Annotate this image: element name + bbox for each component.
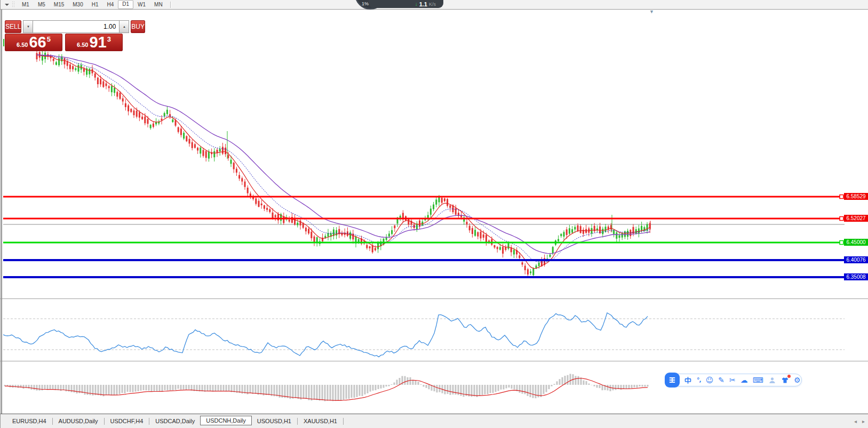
network-speed-overlay[interactable]: 1% ↓ 1.1 K/s: [348, 0, 455, 13]
timeframe-button-h1[interactable]: H1: [87, 1, 103, 9]
timeframe-button-h4[interactable]: H4: [103, 1, 118, 9]
chart-tab-list: EURUSD,H4AUDUSD,DailyUSDCHF,H4USDCAD,Dai…: [1, 414, 344, 428]
buy-button[interactable]: BUY: [131, 20, 145, 33]
tab-separator: [343, 418, 344, 425]
download-arrow-icon: ↓: [415, 1, 418, 7]
timeframe-button-m1[interactable]: M1: [18, 1, 34, 9]
sell-price-pip: 5: [47, 35, 51, 43]
sell-price-prefix: 6.50: [17, 42, 28, 48]
sell-price-big: 66: [29, 35, 46, 50]
screenshot-scissors-icon[interactable]: ✂: [729, 374, 736, 386]
settings-gear-icon[interactable]: ⚙: [794, 374, 801, 386]
chart-tab-usdchf[interactable]: USDCHF,H4: [105, 417, 149, 425]
buy-price-box[interactable]: 6.50 91 3: [65, 34, 123, 51]
emoji-icon[interactable]: ☺: [706, 374, 714, 386]
price-level-label: 6.40076: [844, 256, 868, 263]
chart-tab-audusd[interactable]: AUDUSD,Daily: [53, 417, 103, 425]
price-level-label: 6.52027: [844, 215, 868, 222]
ime-icon-group: °,☺✎✂☁⌨⚙: [684, 374, 801, 386]
timeframe-button-w1[interactable]: W1: [133, 1, 150, 9]
timeframe-button-m15[interactable]: M15: [50, 1, 68, 9]
price-level-label: 6.58529: [844, 193, 868, 200]
tab-separator: [104, 418, 105, 425]
toolbar-overflow-dropdown-icon[interactable]: [5, 4, 9, 6]
chart-tab-xauusd[interactable]: XAUUSD,H1: [298, 417, 343, 425]
account-icon[interactable]: [768, 376, 776, 384]
tab-separator: [297, 418, 298, 425]
volume-input[interactable]: [33, 20, 119, 33]
chinese-mode-icon[interactable]: [684, 376, 692, 384]
trading-app-window: M1M5M15M30H1H4D1W1MN 1% ↓ 1.1 K/s SELL ▼…: [0, 0, 868, 428]
ime-toolbar[interactable]: °,☺✎✂☁⌨⚙: [665, 374, 802, 386]
chart-tab-eurusd[interactable]: EURUSD,H4: [7, 417, 52, 425]
sell-price-box[interactable]: 6.50 66 5: [5, 34, 62, 51]
tabs-scroll-right-button[interactable]: ▸: [862, 418, 865, 424]
speed-unit: K/s: [429, 2, 436, 7]
timeframe-button-m30[interactable]: M30: [68, 1, 87, 9]
speed-value: 1.1: [419, 1, 427, 7]
buy-price-pip: 3: [107, 35, 111, 43]
notification-dot: [787, 375, 791, 378]
speed-pill: ↓ 1.1 K/s: [369, 0, 443, 8]
punctuation-icon[interactable]: °,: [697, 374, 701, 386]
skin-shop-icon[interactable]: [781, 376, 789, 384]
timeframe-button-mn[interactable]: MN: [150, 1, 167, 9]
chart-tabs-bar: EURUSD,H4AUDUSD,DailyUSDCHF,H4USDCAD,Dai…: [1, 414, 868, 428]
one-click-trading-panel: SELL ▼ ▲ BUY 6.50 66 5 6.50 91 3: [5, 20, 123, 51]
chart-tab-usdcad[interactable]: USDCAD,Daily: [150, 417, 200, 425]
timeframe-button-m5[interactable]: M5: [34, 1, 50, 9]
price-level-label: 6.35008: [844, 273, 868, 280]
volume-increase-button[interactable]: ▲: [119, 20, 129, 33]
tab-separator: [149, 418, 149, 425]
sogou-logo-icon[interactable]: [665, 373, 680, 387]
virtual-keyboard-icon[interactable]: ⌨: [753, 374, 763, 386]
toolbar-grip[interactable]: [12, 2, 14, 7]
cloud-sync-icon[interactable]: ☁: [740, 374, 748, 386]
timeframe-buttons: M1M5M15M30H1H4D1W1MN: [18, 0, 167, 9]
tabs-scroll-left-button[interactable]: ◂: [854, 418, 857, 424]
toolbar-separator: [170, 2, 171, 8]
price-level-label: 6.45000: [844, 239, 868, 246]
buy-price-prefix: 6.50: [77, 42, 88, 48]
chart-tab-usousd[interactable]: USOUSD,H1: [252, 417, 297, 425]
buy-price-big: 91: [89, 35, 106, 50]
volume-decrease-button[interactable]: ▼: [23, 20, 33, 33]
gauge-percent-text: 1%: [362, 1, 369, 6]
sell-button[interactable]: SELL: [5, 20, 21, 33]
handwriting-icon[interactable]: ✎: [718, 374, 724, 386]
chart-tab-usdcnh[interactable]: USDCNH,Daily: [200, 416, 252, 425]
tab-separator: [52, 418, 53, 425]
panel-toggle-arrow[interactable]: ▼: [649, 9, 654, 14]
candlestick-chart[interactable]: [1, 0, 868, 428]
timeframe-button-d1[interactable]: D1: [118, 0, 133, 9]
